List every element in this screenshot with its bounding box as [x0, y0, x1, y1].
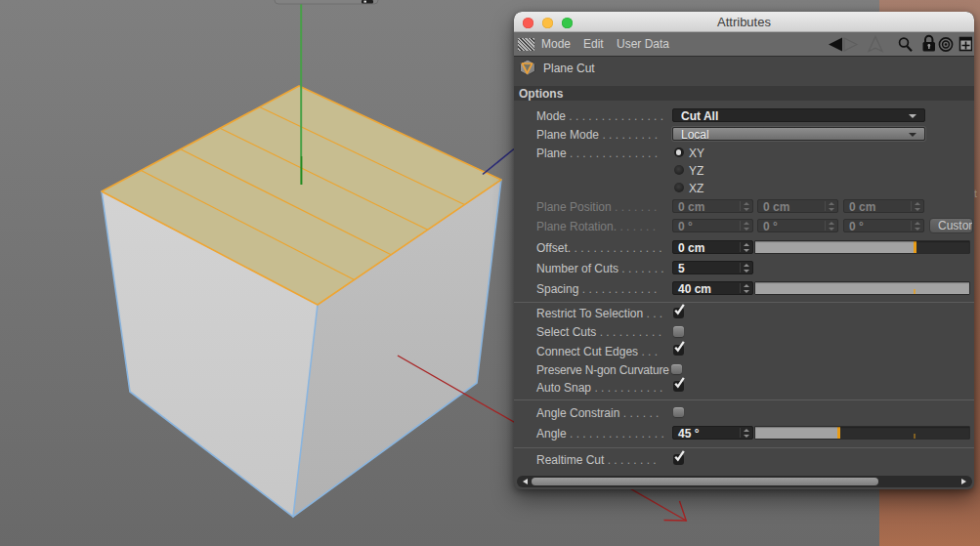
svg-text:t: t [974, 188, 977, 199]
